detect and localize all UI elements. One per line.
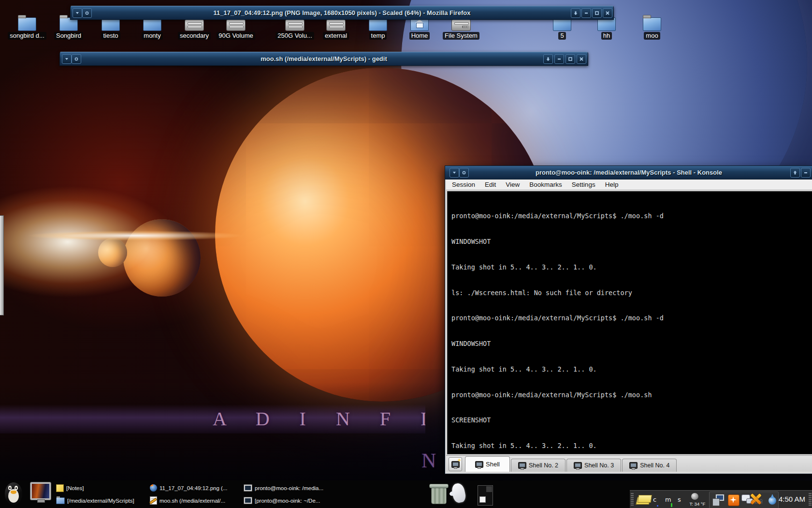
tab-shell[interactable]: Shell	[465, 456, 510, 472]
maximize-icon[interactable]	[592, 8, 602, 18]
task-firefox[interactable]: 11_17_07_04:49:12.png (...	[148, 482, 240, 494]
icon-label: songbird d...	[8, 32, 46, 40]
wallpaper-light-streak	[0, 229, 271, 242]
desktop: A D I N F I N N songbird d... Songbird t…	[0, 0, 812, 508]
menu-settings[interactable]: Settings	[572, 181, 595, 188]
terminal-line: pronto@moo-oink:/media/external/MyScript…	[451, 391, 812, 400]
chat-offline-icon[interactable]: chat	[740, 493, 766, 506]
gedit-window-title: moo.sh (/media/external/MyScripts) - ged…	[60, 55, 588, 62]
tab-shell-2[interactable]: Shell No. 2	[511, 459, 566, 472]
terminal-icon	[518, 462, 526, 469]
konsole-menubar: Session Edit View Bookmarks Settings Hel…	[446, 179, 812, 190]
drive-icon	[285, 19, 304, 31]
tab-shell-4[interactable]: Shell No. 4	[622, 459, 677, 472]
unshade-icon[interactable]	[543, 54, 553, 64]
task-label: [/media/external/MyScripts]	[67, 498, 134, 504]
unshade-up-icon[interactable]	[790, 168, 800, 178]
clock[interactable]: 4:50 AM	[779, 495, 809, 503]
task-label: [Notes]	[66, 485, 84, 491]
task-myscripts-folder[interactable]: [/media/external/MyScripts]	[54, 494, 146, 507]
terminal-line: WINDOWSHOT	[451, 238, 812, 246]
tab-label: Shell No. 4	[640, 462, 669, 469]
temperature-readout: T: 34 °F	[682, 501, 713, 507]
terminal-line: Taking shot in 5.. 4.. 3.. 2.. 1.. 0.	[451, 263, 812, 272]
tab-label: Shell No. 2	[529, 462, 558, 469]
icon-label: secondary	[178, 32, 211, 40]
gedit-titlebar[interactable]: moo.sh (/media/external/MyScripts) - ged…	[59, 52, 588, 66]
menu-bookmarks[interactable]: Bookmarks	[529, 181, 562, 188]
icon-label: File System	[443, 32, 479, 40]
weather-moon-icon[interactable]	[691, 493, 698, 500]
terminal-line: ls: ./Wscreens.html: No such file or dir…	[451, 289, 812, 298]
menu-help[interactable]: Help	[605, 181, 619, 188]
minimize-icon[interactable]	[554, 54, 564, 64]
new-session-button[interactable]	[449, 457, 462, 471]
water-drop-icon[interactable]	[768, 494, 776, 505]
desktop-preview-icon	[30, 482, 51, 500]
minimize-icon[interactable]	[801, 168, 811, 178]
minimize-icon[interactable]	[581, 8, 591, 18]
konsole-titlebar[interactable]: pronto@moo-oink: /media/external/MyScrip…	[445, 166, 812, 179]
desktop-icon-songbird-d[interactable]: songbird d...	[6, 14, 48, 40]
knotes-tray-icon[interactable]	[637, 495, 650, 504]
panel-grip[interactable]	[631, 492, 634, 507]
task-label: moo.sh (/media/external/...	[160, 498, 225, 504]
icon-label: 5	[558, 32, 566, 40]
panel-grip[interactable]	[809, 492, 812, 507]
drive-icon	[226, 19, 246, 31]
task-label: pronto@moo-oink: /media...	[255, 485, 323, 491]
terminal-icon	[475, 461, 483, 468]
hidden-panel-handle[interactable]	[0, 215, 4, 315]
menu-session[interactable]: Session	[452, 181, 475, 188]
firefox-titlebar[interactable]: 11_17_07_04:49:12.png (PNG Image, 1680x1…	[70, 6, 614, 20]
icon-label: 90G Volume	[217, 32, 255, 40]
icon-label: temp	[369, 32, 387, 40]
notes-icon	[56, 484, 64, 492]
terminal-output[interactable]: pronto@moo-oink:/media/external/MyScript…	[447, 191, 812, 454]
tray-icon-group: chat	[709, 492, 779, 508]
penguin-icon	[3, 481, 24, 506]
task-notes[interactable]: [Notes]	[54, 482, 146, 494]
menu-view[interactable]: View	[506, 181, 520, 188]
tray-indicator-green	[671, 503, 672, 507]
pager-window	[479, 496, 486, 503]
icon-label: Songbird	[54, 32, 83, 40]
icon-label: external	[323, 32, 349, 40]
wallpaper-starburst	[0, 174, 203, 310]
icon-label: moo	[644, 32, 660, 40]
tray-letter-m[interactable]: m	[665, 496, 671, 503]
gedit-icon	[150, 496, 157, 505]
wallpaper-text-letter: N	[421, 449, 436, 472]
task-gedit[interactable]: moo.sh (/media/external/...	[148, 494, 240, 507]
terminal-icon	[451, 461, 460, 468]
task-konsole[interactable]: pronto@moo-oink: /media...	[242, 482, 334, 494]
terminal-line: WINDOWSHOT	[451, 340, 812, 348]
tab-shell-3[interactable]: Shell No. 3	[566, 459, 621, 472]
icon-label: Home	[409, 32, 430, 40]
desktop-pager[interactable]	[478, 485, 493, 506]
folder-icon	[56, 497, 65, 504]
offline-x-icon	[749, 493, 762, 505]
show-desktop-button[interactable]	[30, 482, 52, 504]
taskbar: [Notes] [/media/external/MyScripts] 11_1…	[0, 480, 812, 508]
firefox-window-title: 11_17_07_04:49:12.png (PNG Image, 1680x1…	[71, 9, 613, 16]
close-icon[interactable]	[603, 8, 612, 18]
kmenu-button[interactable]	[3, 481, 26, 507]
network-computer-icon[interactable]	[712, 494, 724, 506]
unshade-icon[interactable]	[571, 8, 580, 18]
maximize-icon[interactable]	[566, 54, 575, 64]
konsole-window: pronto@moo-oink: /media/external/MyScrip…	[445, 165, 812, 474]
trash-applet[interactable]	[428, 482, 449, 505]
desktop-icon-moo[interactable]: moo	[631, 14, 673, 40]
tab-label: Shell	[486, 461, 500, 468]
menu-edit[interactable]: Edit	[485, 181, 496, 188]
tray-letter-c[interactable]: c	[653, 496, 656, 503]
tray-letter-s[interactable]: s	[678, 496, 681, 503]
close-icon[interactable]	[577, 54, 586, 64]
task-konsole-2[interactable]: [pronto@moo-oink: ~/De...	[242, 494, 334, 507]
terminal-icon	[574, 462, 582, 469]
wallpaper-text: A D I N F I N	[213, 407, 425, 430]
starburst-app-icon[interactable]	[728, 494, 740, 506]
konsole-window-title: pronto@moo-oink: /media/external/MyScrip…	[445, 169, 812, 176]
glove-icon[interactable]	[450, 482, 467, 504]
